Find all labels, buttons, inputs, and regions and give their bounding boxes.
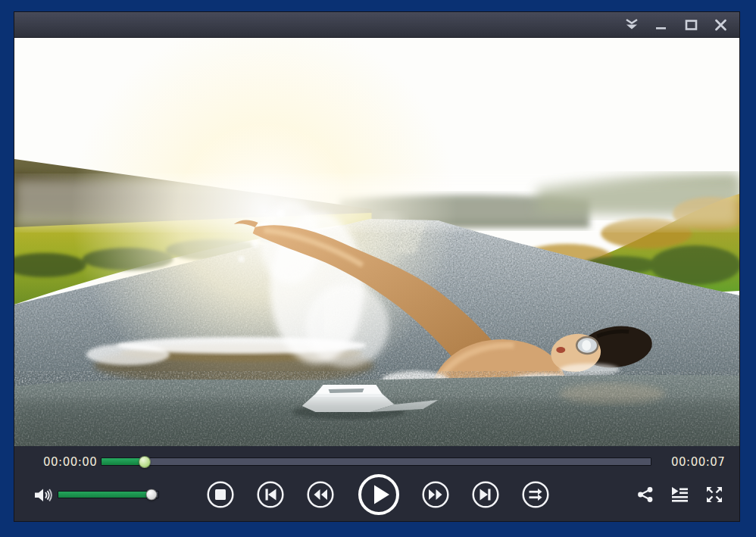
sequential-play-icon bbox=[520, 498, 551, 513]
rewind-button[interactable] bbox=[305, 479, 336, 510]
elapsed-time: 00:00:00 bbox=[43, 455, 97, 469]
stop-icon bbox=[205, 498, 236, 513]
playlist-icon bbox=[670, 493, 689, 507]
skip-next-icon bbox=[470, 498, 501, 513]
collapse-button[interactable] bbox=[622, 16, 642, 34]
skip-previous-icon bbox=[255, 498, 286, 513]
video-frame[interactable] bbox=[14, 38, 739, 446]
close-button[interactable] bbox=[711, 16, 730, 34]
share-icon bbox=[636, 493, 655, 507]
previous-button[interactable] bbox=[255, 479, 286, 510]
minimize-button[interactable] bbox=[651, 16, 671, 34]
rewind-icon bbox=[305, 498, 336, 513]
next-button[interactable] bbox=[470, 479, 501, 510]
control-bar: 00:00:00 00:00:07 bbox=[14, 446, 739, 521]
maximize-button[interactable] bbox=[681, 16, 701, 34]
volume-thumb[interactable] bbox=[145, 489, 157, 501]
play-icon bbox=[357, 505, 401, 520]
play-order-button[interactable] bbox=[520, 479, 551, 510]
volume-slider[interactable] bbox=[58, 491, 159, 498]
fast-forward-icon bbox=[420, 498, 451, 513]
player-window: 00:00:00 00:00:07 bbox=[14, 11, 740, 522]
stop-button[interactable] bbox=[205, 479, 236, 510]
total-time: 00:00:07 bbox=[671, 455, 725, 469]
volume-level bbox=[58, 492, 152, 498]
fullscreen-button[interactable] bbox=[704, 485, 724, 504]
close-icon bbox=[714, 19, 727, 31]
minimize-icon bbox=[655, 19, 667, 31]
share-button[interactable] bbox=[636, 485, 655, 504]
video-scene bbox=[14, 38, 739, 446]
play-button[interactable] bbox=[357, 473, 401, 517]
titlebar[interactable] bbox=[14, 12, 739, 38]
maximize-icon bbox=[685, 19, 698, 31]
fast-forward-button[interactable] bbox=[420, 479, 451, 510]
chevron-double-down-icon bbox=[624, 18, 639, 31]
seek-thumb[interactable] bbox=[139, 456, 151, 468]
fullscreen-icon bbox=[704, 493, 724, 507]
seek-bar[interactable] bbox=[101, 457, 651, 466]
playlist-button[interactable] bbox=[670, 485, 689, 504]
speaker-icon[interactable] bbox=[33, 486, 53, 507]
